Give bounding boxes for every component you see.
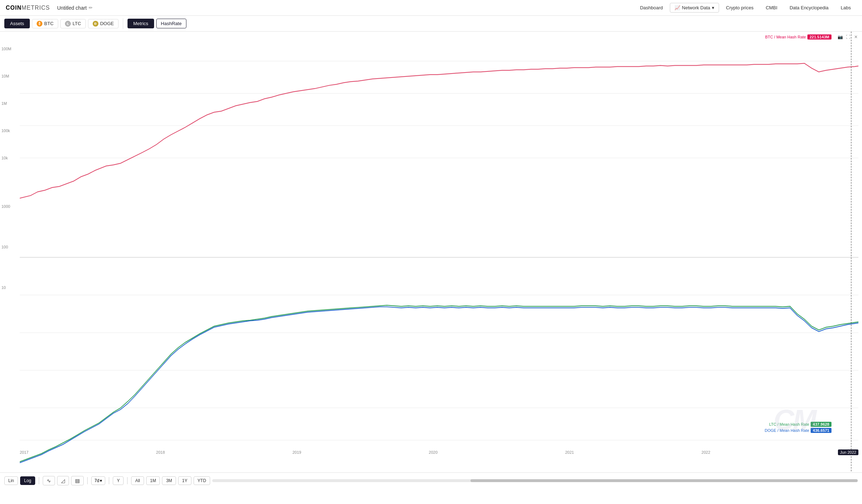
metrics-section: Metrics HashRate — [128, 19, 186, 28]
chart-container: 📷 ⛶ ✕ BTC / Mean Hash Rate 221.5143M LTC… — [0, 32, 862, 488]
assets-label[interactable]: Assets — [4, 19, 30, 28]
x-label-2017: 2017 — [20, 450, 28, 454]
scrollbar-track[interactable] — [212, 479, 858, 482]
chevron-down-icon: ▾ — [712, 5, 714, 10]
nav-labs[interactable]: Labs — [835, 3, 856, 13]
range-all[interactable]: All — [131, 476, 144, 485]
bottom-divider-4 — [127, 477, 128, 484]
y-label-10m: 10M — [1, 74, 17, 78]
x-axis: 2017 2018 2019 2020 2021 2022 Jun 2022 — [20, 449, 858, 455]
y-label-10k: 10k — [1, 156, 17, 160]
y-label-1000: 1000 — [1, 204, 17, 209]
metrics-label[interactable]: Metrics — [128, 19, 154, 28]
chart-type-line[interactable]: ∿ — [43, 476, 55, 485]
chart-title-container: Untitled chart ✏ — [57, 5, 93, 11]
chart-type-area[interactable]: ◿ — [57, 476, 69, 485]
y-axis-bottom: 1000 100 10 — [0, 182, 19, 312]
scrollbar-thumb[interactable] — [471, 479, 858, 482]
main-chart-svg — [20, 32, 858, 472]
doge-icon: Ð — [93, 21, 98, 27]
nav-dashboard[interactable]: Dashboard — [635, 3, 668, 13]
btc-symbol: BTC — [44, 21, 54, 26]
interval-chevron: ▾ — [100, 478, 102, 483]
x-label-2019: 2019 — [292, 450, 301, 454]
nav-data-encyclopedia[interactable]: Data Encyclopedia — [784, 3, 834, 13]
assets-toolbar: Assets ₿ BTC Ł LTC Ð DOGE Metrics HashRa… — [0, 16, 862, 32]
btc-icon: ₿ — [37, 21, 42, 27]
range-ytd[interactable]: YTD — [194, 476, 210, 485]
toolbar-divider — [123, 18, 123, 29]
scale-lin[interactable]: Lin — [4, 476, 18, 485]
range-1m[interactable]: 1M — [146, 476, 160, 485]
x-label-2022: 2022 — [701, 450, 710, 454]
scale-log[interactable]: Log — [20, 476, 35, 485]
bottom-divider-2 — [87, 477, 88, 484]
nav-network-label: Network Data — [682, 5, 710, 10]
nav-crypto-prices[interactable]: Crypto prices — [720, 3, 759, 13]
range-1y[interactable]: 1Y — [178, 476, 191, 485]
chart-type-bar[interactable]: ▤ — [71, 476, 84, 485]
ltc-symbol: LTC — [73, 21, 81, 26]
nav-network-data[interactable]: 📈 Network Data ▾ — [670, 3, 719, 13]
range-3m[interactable]: 3M — [162, 476, 176, 485]
chart-bottom-bar: Lin Log ∿ ◿ ▤ 7d ▾ Y All 1M 3M 1Y YTD — [0, 472, 862, 488]
logo: COINMETRICS — [6, 5, 50, 11]
header: COINMETRICS Untitled chart ✏ Dashboard 📈… — [0, 0, 862, 16]
x-label-2021: 2021 — [565, 450, 574, 454]
interval-value: 7d — [94, 478, 99, 483]
nav-right: Dashboard 📈 Network Data ▾ Crypto prices… — [635, 3, 856, 13]
x-label-2020: 2020 — [429, 450, 437, 454]
y-label-100m: 100M — [1, 47, 17, 51]
chart-title-text: Untitled chart — [57, 5, 87, 11]
y-label-1m: 1M — [1, 101, 17, 106]
y-axis-top: 100M 10M 1M 100k 10k — [0, 32, 19, 175]
asset-ltc[interactable]: Ł LTC — [60, 19, 86, 28]
chart-line-icon: 📈 — [675, 5, 680, 10]
doge-symbol: DOGE — [100, 21, 114, 26]
y-label-100: 100 — [1, 245, 17, 249]
y-label-100k: 100k — [1, 129, 17, 133]
chart-area: 📷 ⛶ ✕ BTC / Mean Hash Rate 221.5143M LTC… — [0, 32, 862, 472]
y-axis-toggle[interactable]: Y — [113, 476, 124, 485]
asset-btc[interactable]: ₿ BTC — [32, 19, 58, 28]
bottom-divider-1 — [39, 477, 39, 484]
interval-select[interactable]: 7d ▾ — [91, 476, 105, 485]
assets-section: Assets ₿ BTC Ł LTC Ð DOGE — [4, 19, 119, 28]
ltc-icon: Ł — [65, 21, 71, 27]
metric-hashrate[interactable]: HashRate — [156, 19, 186, 28]
asset-doge[interactable]: Ð DOGE — [88, 19, 119, 28]
bottom-divider-3 — [109, 477, 109, 484]
x-label-jun2022: Jun 2022 — [838, 449, 858, 455]
nav-cmbi[interactable]: CMBI — [760, 3, 783, 13]
x-label-2018: 2018 — [156, 450, 165, 454]
y-label-10: 10 — [1, 285, 17, 290]
edit-icon[interactable]: ✏ — [89, 5, 93, 10]
